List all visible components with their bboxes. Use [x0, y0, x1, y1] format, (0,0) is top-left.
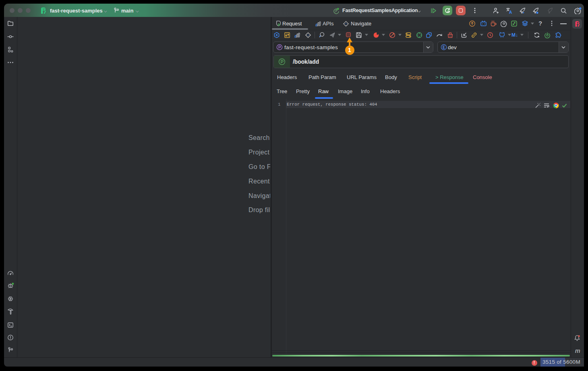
- svg-text:A: A: [509, 10, 512, 15]
